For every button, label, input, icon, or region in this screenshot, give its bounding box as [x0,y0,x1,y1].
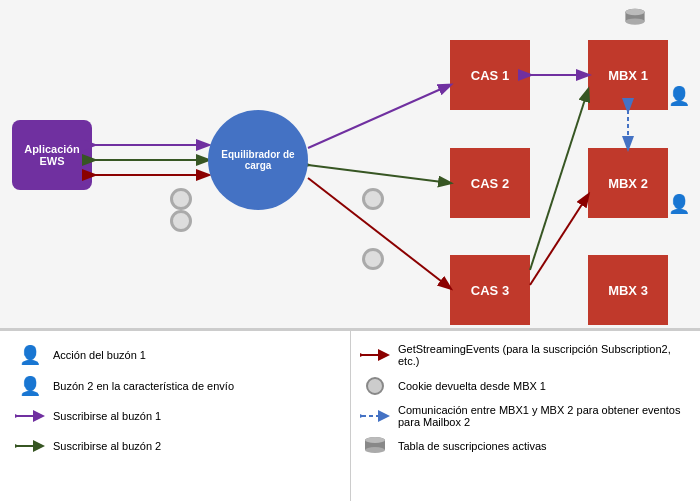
legend-subscribe1: Suscribirse al buzón 1 [15,402,340,430]
legend-mailbox2-text: Buzón 2 en la característica de envío [53,380,234,392]
arrow-purple-icon [15,409,45,423]
cas3-label: CAS 3 [471,283,509,298]
cookie-icon-2 [170,210,192,232]
legend-action1: 👤 Acción del buzón 1 [15,341,340,369]
svg-line-12 [530,195,588,285]
svg-point-21 [365,437,385,443]
legend-cookie-text: Cookie devuelta desde MBX 1 [398,380,546,392]
legend-getstreaming-text: GetStreamingEvents (para la suscripción … [398,343,685,367]
legend-action1-text: Acción del buzón 1 [53,349,146,361]
legend-commbx12-text: Comunicación entre MBX1 y MBX 2 para obt… [398,404,685,428]
cookie-icon-3 [362,188,384,210]
legend-mailbox2: 👤 Buzón 2 en la característica de envío [15,371,340,399]
database-legend-icon [360,436,390,456]
ews-box: Aplicación EWS [12,120,92,190]
svg-point-2 [625,18,644,24]
mbx2-label: MBX 2 [608,176,648,191]
person-green-icon: 👤 [15,375,45,397]
legend-getstreaming: GetStreamingEvents (para la suscripción … [360,341,685,369]
person-mbx2-icon: 👤 [668,193,690,215]
mbx3-box: MBX 3 [588,255,668,325]
svg-point-3 [625,9,644,15]
cas1-box: CAS 1 [450,40,530,110]
mbx1-label: MBX 1 [608,68,648,83]
lb-circle: Equilibrador de carga [208,110,308,210]
arrow-blue-dashed-icon [360,409,390,423]
person-purple-icon: 👤 [15,344,45,366]
legend-subscribe1-text: Suscribirse al buzón 1 [53,410,161,422]
cookie-icon-4 [362,248,384,270]
arrow-darkred-icon [360,348,390,362]
mbx3-label: MBX 3 [608,283,648,298]
person-mbx1-icon: 👤 [668,85,690,107]
svg-line-7 [308,85,450,148]
svg-point-20 [365,447,385,453]
mbx1-box: MBX 1 [588,40,668,110]
arrow-green-icon [15,439,45,453]
legend-table: Tabla de suscripciones activas [360,432,685,460]
legend-subscribe2: Suscribirse al buzón 2 [15,432,340,460]
legend-subscribe2-text: Suscribirse al buzón 2 [53,440,161,452]
mbx2-box: MBX 2 [588,148,668,218]
svg-line-8 [308,165,450,183]
svg-line-11 [530,90,588,270]
cas1-label: CAS 1 [471,68,509,83]
lb-label: Equilibrador de carga [208,149,308,171]
cookie-icon-1 [170,188,192,210]
legend-table-text: Tabla de suscripciones activas [398,440,547,452]
ews-label: Aplicación EWS [12,143,92,167]
cookie-legend-icon [360,377,390,395]
database-icon [620,8,650,28]
legend-commbx12: Comunicación entre MBX1 y MBX 2 para obt… [360,402,685,430]
cas3-box: CAS 3 [450,255,530,325]
diagram-area: Aplicación EWS Equilibrador de carga CAS… [0,0,700,330]
legend-divider [350,330,351,501]
legend-cookie: Cookie devuelta desde MBX 1 [360,371,685,399]
cas2-label: CAS 2 [471,176,509,191]
cas2-box: CAS 2 [450,148,530,218]
